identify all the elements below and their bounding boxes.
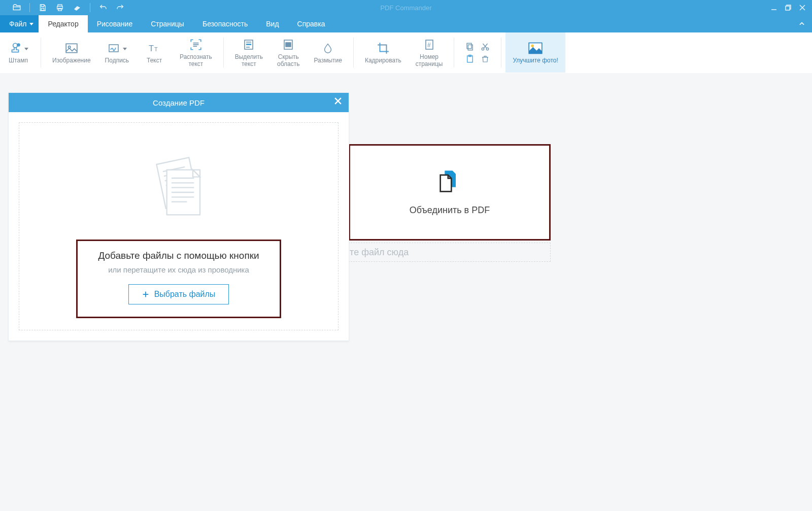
select-files-button[interactable]: Выбрать файлы	[128, 284, 229, 304]
chevron-down-icon	[123, 48, 127, 50]
tab-help[interactable]: Справка	[288, 15, 334, 32]
open-icon[interactable]	[8, 0, 25, 15]
redo-icon[interactable]	[112, 0, 129, 15]
svg-rect-0	[41, 8, 44, 10]
paste-icon[interactable]	[465, 54, 475, 64]
hide-icon	[281, 38, 295, 52]
chevron-down-icon	[29, 23, 33, 25]
pagenum-label: Номер страницы	[416, 54, 443, 68]
print-icon[interactable]	[51, 0, 69, 15]
svg-text:#: #	[427, 42, 431, 49]
ocr-button[interactable]: Распознать текст	[173, 32, 219, 73]
highlight-label: Выделить текст	[235, 54, 263, 68]
clear-icon[interactable]	[69, 0, 86, 15]
tab-editor[interactable]: Редактор	[39, 15, 87, 32]
merge-pdf-icon	[434, 169, 465, 195]
tab-file[interactable]: Файл	[0, 15, 39, 32]
enhance-photo-button[interactable]: Улучшите фото!	[505, 32, 565, 73]
modal-heading: Добавьте файлы с помощью кнопки	[98, 250, 259, 261]
select-files-label: Выбрать файлы	[154, 290, 216, 299]
blur-button[interactable]: Размытие	[307, 32, 349, 73]
photo-icon	[528, 41, 543, 55]
crop-button[interactable]: Кадрировать	[358, 32, 409, 73]
save-icon[interactable]	[34, 0, 51, 15]
svg-rect-23	[286, 43, 291, 47]
svg-line-30	[484, 44, 488, 48]
menu-tabs: Файл Редактор Рисование Страницы Безопас…	[0, 15, 812, 32]
modal-close-button[interactable]	[334, 97, 342, 105]
copy-icon[interactable]	[465, 42, 475, 52]
collapse-ribbon-button[interactable]	[792, 15, 812, 32]
hide-button[interactable]: Скрыть область	[270, 32, 307, 73]
minimize-button[interactable]	[768, 2, 780, 13]
undo-icon[interactable]	[94, 0, 112, 15]
crop-icon	[376, 41, 390, 55]
sign-label: Подпись	[105, 57, 129, 64]
text-button[interactable]: TT Текст	[136, 32, 173, 73]
stamp-label: Штамп	[9, 57, 28, 64]
ocr-icon	[189, 38, 203, 52]
blur-label: Размытие	[314, 57, 342, 64]
highlight-icon	[242, 38, 256, 52]
highlight-button[interactable]: Выделить текст	[228, 32, 270, 73]
svg-rect-10	[66, 44, 77, 52]
tab-pages[interactable]: Страницы	[142, 15, 193, 32]
ribbon-toolbar: Штамп Изображение Подпись TT Текст Распо…	[0, 32, 812, 73]
clipboard-group	[458, 32, 497, 73]
crop-label: Кадрировать	[365, 57, 401, 64]
add-files-callout: Добавьте файлы с помощью кнопки или пере…	[76, 240, 281, 318]
chevron-down-icon	[24, 48, 28, 50]
sign-button[interactable]: Подпись	[98, 32, 137, 73]
svg-point-36	[531, 44, 534, 47]
svg-rect-27	[467, 43, 471, 49]
hide-label: Скрыть область	[277, 54, 299, 68]
tab-file-label: Файл	[9, 20, 26, 28]
title-bar: PDF Commander	[0, 0, 812, 15]
svg-line-31	[483, 44, 487, 48]
merge-pdf-card[interactable]: Объединить в PDF	[349, 144, 551, 241]
svg-rect-5	[786, 6, 790, 10]
merge-pdf-label: Объединить в PDF	[410, 205, 490, 216]
svg-text:T: T	[154, 46, 158, 52]
quick-access	[0, 0, 129, 15]
svg-point-9	[17, 43, 20, 47]
svg-rect-26	[468, 45, 473, 50]
documents-ghost-icon	[148, 153, 209, 224]
stamp-button[interactable]: Штамп	[0, 32, 37, 73]
create-pdf-modal: Создание PDF Добавьте файлы с помощью кн…	[8, 92, 349, 341]
enhance-photo-label: Улучшите фото!	[513, 57, 558, 64]
sign-icon	[107, 41, 121, 55]
image-icon	[64, 41, 79, 55]
tab-security[interactable]: Безопасность	[193, 15, 257, 32]
tab-drawing[interactable]: Рисование	[88, 15, 142, 32]
svg-rect-20	[246, 44, 251, 45]
text-label: Текст	[147, 57, 162, 64]
image-button[interactable]: Изображение	[45, 32, 98, 73]
modal-subheading: или перетащите их сюда из проводника	[98, 265, 259, 274]
text-icon: TT	[147, 41, 161, 55]
cut-icon[interactable]	[481, 42, 490, 52]
modal-drop-zone[interactable]: Добавьте файлы с помощью кнопки или пере…	[19, 122, 339, 330]
blur-icon	[321, 41, 335, 55]
svg-text:T: T	[149, 43, 154, 52]
tab-view[interactable]: Вид	[257, 15, 288, 32]
svg-point-8	[13, 43, 18, 48]
stamp-icon	[8, 41, 22, 55]
modal-title: Создание PDF	[153, 98, 205, 107]
maximize-button[interactable]	[783, 2, 794, 13]
close-button[interactable]	[797, 2, 808, 13]
image-label: Изображение	[52, 57, 91, 64]
main-area: Создать PDF Объединить в PDF Перетащите …	[0, 73, 812, 511]
modal-title-bar: Создание PDF	[9, 93, 349, 112]
ocr-label: Распознать текст	[180, 54, 212, 68]
pagenum-icon: #	[422, 38, 436, 52]
delete-icon[interactable]	[481, 54, 490, 64]
pagenum-button[interactable]: # Номер страницы	[409, 32, 450, 73]
